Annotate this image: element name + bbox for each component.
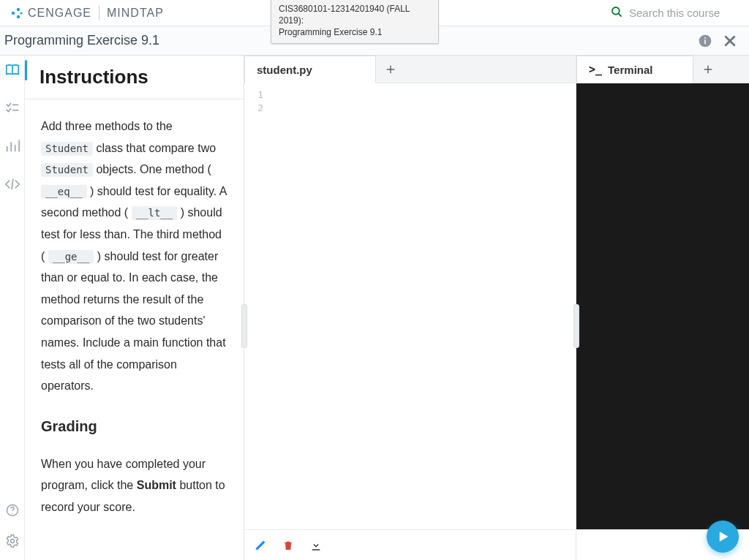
instructions-header: Instructions: [25, 56, 244, 99]
svg-point-21: [10, 540, 14, 543]
editor-new-tab-button[interactable]: [376, 56, 405, 83]
rail-code-icon[interactable]: [4, 175, 21, 193]
svg-point-20: [12, 512, 13, 514]
code-student-1: Student: [41, 142, 93, 156]
terminal-prompt-icon: >_: [589, 63, 602, 76]
run-button[interactable]: [707, 521, 739, 553]
info-icon[interactable]: [698, 34, 712, 48]
search-input[interactable]: [629, 7, 739, 19]
grading-heading: Grading: [41, 413, 227, 440]
search-icon: [610, 5, 623, 21]
svg-point-0: [12, 11, 15, 14]
svg-point-1: [17, 7, 20, 10]
svg-rect-8: [704, 37, 706, 39]
workspace: student.py 1 2: [244, 56, 749, 560]
tab-terminal[interactable]: >_ Terminal: [576, 56, 693, 83]
terminal-footer: [576, 529, 749, 560]
terminal-tab-label: Terminal: [608, 64, 652, 76]
svg-line-5: [618, 13, 621, 16]
cengage-logo-icon: [10, 7, 23, 20]
course-tooltip: CIS3680101-12314201940 (FALL 2019): Prog…: [271, 0, 439, 44]
tooltip-line2: Programming Exercise 9.1: [279, 26, 431, 38]
rail-analytics-icon[interactable]: [4, 137, 21, 155]
splitter-editor-terminal[interactable]: [573, 304, 579, 348]
main: Instructions Add three methods to the St…: [0, 56, 749, 560]
rail-instructions-icon[interactable]: [4, 61, 21, 79]
instructions-panel: Instructions Add three methods to the St…: [25, 56, 244, 560]
editor-column: student.py 1 2: [244, 56, 576, 560]
svg-point-3: [20, 12, 22, 14]
left-rail: [0, 56, 25, 560]
close-icon[interactable]: [723, 34, 737, 48]
terminal-area[interactable]: [576, 83, 749, 529]
instructions-paragraph-2: When you have completed your program, cl…: [41, 453, 227, 518]
code-ge: __ge__: [48, 250, 94, 264]
terminal-new-tab-button[interactable]: [693, 56, 723, 83]
rail-settings-icon[interactable]: [4, 532, 21, 550]
brand-right[interactable]: MINDTAP: [107, 7, 164, 20]
instructions-heading: Instructions: [39, 66, 229, 88]
code-eq: __eq__: [41, 185, 87, 199]
terminal-column: >_ Terminal: [576, 56, 749, 560]
tab-student-py[interactable]: student.py: [244, 56, 376, 83]
search-wrap[interactable]: [610, 5, 739, 21]
tooltip-line1: CIS3680101-12314201940 (FALL 2019):: [279, 3, 431, 26]
terminal-tabs: >_ Terminal: [576, 56, 749, 83]
code-student-2: Student: [41, 163, 93, 177]
code-editor[interactable]: 1 2: [244, 83, 576, 529]
editor-gutter: 1 2: [244, 83, 269, 529]
submit-word: Submit: [137, 479, 176, 491]
instructions-body[interactable]: Add three methods to the Student class t…: [25, 99, 244, 542]
editor-tabs: student.py: [244, 56, 576, 83]
brand-left: CENGAGE: [28, 7, 91, 20]
code-lt: __lt__: [132, 206, 178, 220]
rail-help-icon[interactable]: [4, 502, 21, 519]
brand-separator: [99, 6, 99, 20]
trash-icon[interactable]: [282, 540, 294, 551]
instructions-paragraph-1: Add three methods to the Student class t…: [41, 116, 227, 397]
svg-point-2: [17, 15, 20, 18]
editor-code-area[interactable]: [269, 83, 576, 529]
editor-footer: [244, 529, 576, 560]
download-icon[interactable]: [310, 540, 322, 551]
edit-icon[interactable]: [255, 540, 266, 551]
svg-line-18: [12, 179, 13, 190]
page-title: Programming Exercise 9.1: [3, 33, 159, 48]
rail-checklist-icon[interactable]: [4, 99, 21, 117]
splitter-instructions-editor[interactable]: [241, 304, 247, 348]
svg-rect-7: [704, 39, 706, 44]
tab-label: student.py: [257, 64, 312, 76]
brand-logo[interactable]: CENGAGE: [10, 7, 91, 20]
